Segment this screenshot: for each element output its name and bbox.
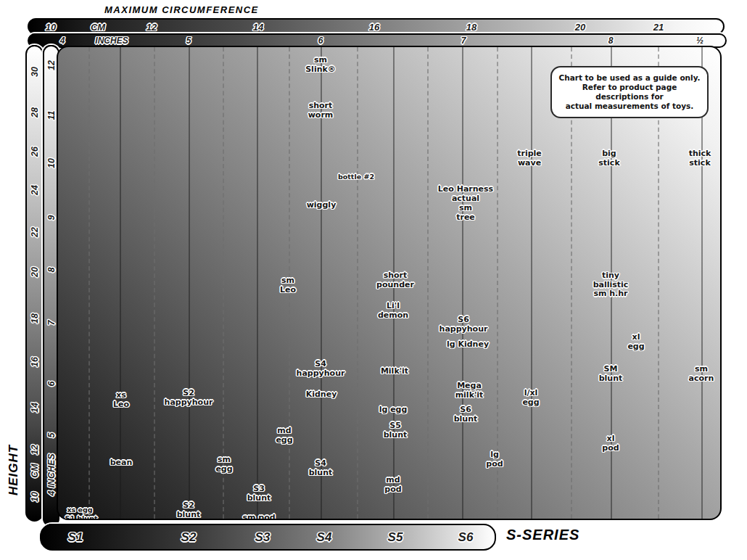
gridline-solid [120,47,121,519]
chart-point: wiggly [307,201,337,210]
axis-tick-s-series: S4 [317,530,332,545]
axis-tick-height-cm: CM [30,464,40,477]
s-series-bar: S1S2S3S4S5S6 [40,524,496,551]
chart-point: Kidney [306,390,337,400]
chart-point: smacorn [689,365,714,383]
axis-tick-cm: 12 [146,21,157,32]
gridline-dashed [357,47,358,519]
axis-tick-cm: 20 [575,21,585,32]
axis-tick-height-cm: 10 [30,492,40,502]
axis-tick-inches: 6 [318,36,323,46]
chart-point: S6blunt [454,405,478,424]
axis-tick-inches: INCHES [95,36,128,46]
axis-tick-inches: ½ [696,36,703,46]
axis-tick-inches: 4 [60,36,65,46]
chart-point: Li'ldemon [378,302,408,320]
axis-tick-height-cm: 18 [30,313,40,324]
chart-point: xlegg [627,333,644,351]
axis-tick-height-cm: 28 [30,107,40,118]
axis-tick-cm: CM [91,21,105,32]
axis-tick-height-cm: 14 [30,403,40,413]
axis-tick-s-series: S5 [388,530,403,545]
chart-point: lg Kidney [447,340,489,350]
chart-point: triplewave [517,149,542,168]
chart-point: S4happyhour [297,360,345,378]
chart-point: smSlink® [305,56,336,74]
axis-tick-height-inches: 12 [46,60,57,70]
axis-tick-s-series: S2 [181,530,197,545]
chart-point: bottle #2 [338,173,374,181]
chart-point: bean [110,458,133,468]
chart-point: S3blunt [247,485,271,503]
axis-tick-inches: 8 [608,36,614,46]
gridline-dashed [88,47,90,519]
axis-tick-height-inches: INCHES [46,453,57,487]
chart-point: shortworm [308,102,334,120]
gridline-solid [189,47,190,519]
chart-point: S5blunt [384,421,408,440]
axis-tick-inches: 5 [186,36,191,46]
axis-tick-height-inches: 7 [46,321,57,326]
chart-point: lgpod [486,450,503,469]
axis-tick-height-inches: 4 [46,491,57,496]
s-series-title: S-SERIES [506,527,579,543]
chart-point: S1 blunt [65,515,98,520]
gridline-solid [257,47,258,519]
axis-tick-height-cm: 26 [30,147,40,157]
top-axis-title: MAXIMUM CIRCUMFERENCE [104,4,259,15]
axis-tick-s-series: S3 [255,530,271,545]
chart-point: tinyballisticsm h.hr [593,271,629,299]
axis-tick-height-cm: 16 [30,357,40,367]
gridline-solid [531,47,532,519]
chart-point: mdegg [276,427,292,445]
axis-tick-s-series: S6 [458,530,474,545]
axis-tick-height-cm: 12 [30,445,40,455]
axis-tick-height-inches: 9 [46,215,57,221]
chart-point: thickstick [689,149,711,168]
chart-point: mdpod [384,476,401,494]
chart-point: xs egg [67,506,92,514]
axis-tick-height-cm: 30 [30,67,40,77]
axis-tick-cm: 18 [466,21,476,32]
axis-tick-height-inches: 10 [46,158,57,168]
chart-point: S4blunt [309,459,333,477]
axis-tick-cm: 10 [46,21,56,32]
axis-tick-height-inches: 8 [46,268,57,273]
chart-point: bigstick [598,149,619,168]
axis-tick-cm: 14 [253,21,263,32]
axis-tick-inches: 7 [461,36,466,46]
chart-point: Milk'it [381,367,408,376]
size-comparison-chart: MAXIMUM CIRCUMFERENCE 10CM121416182021 4… [0,0,747,560]
chart-point: S2happyhour [165,389,213,407]
axis-tick-height-inches: 6 [46,382,57,387]
disclaimer-note: Chart to be used as a guide only. Refer … [550,66,709,118]
chart-point: shortpounder [376,271,414,289]
chart-point: S2blunt [177,501,201,519]
left-axis-title: HEIGHT [7,445,21,495]
axis-tick-height-cm: 22 [30,227,40,237]
axis-tick-height-inches: 5 [46,433,57,438]
chart-point: sm pod [242,514,275,520]
chart-point: xlpod [602,435,619,453]
axis-tick-cm: 21 [653,21,664,32]
chart-point: Leo Harnessactual [438,185,493,203]
axis-tick-height-inches: 11 [46,111,57,120]
axis-tick-s-series: S1 [68,530,83,545]
chart-point: S6happyhour [439,316,488,334]
chart-point: smegg [215,456,232,474]
gridline-dashed [154,47,155,519]
top-axis-cm-bar: 10CM121416182021 [28,18,725,35]
chart-point: smtree [456,204,475,222]
chart-point: l/xlegg [522,389,539,407]
gridline-dashed [427,47,429,519]
chart-point: SMblunt [599,365,623,383]
axis-tick-cm: 16 [369,21,379,32]
axis-tick-height-cm: 20 [30,267,40,277]
plot-area: Chart to be used as a guide only. Refer … [57,46,722,520]
gridline-solid [701,47,703,519]
left-axis-cm-bar: 30282624222018161412CM10 [25,45,44,522]
gridline-dashed [223,47,224,519]
gridline-dashed [497,47,498,519]
chart-point: lg egg [379,405,408,415]
gridline-solid [462,47,463,519]
